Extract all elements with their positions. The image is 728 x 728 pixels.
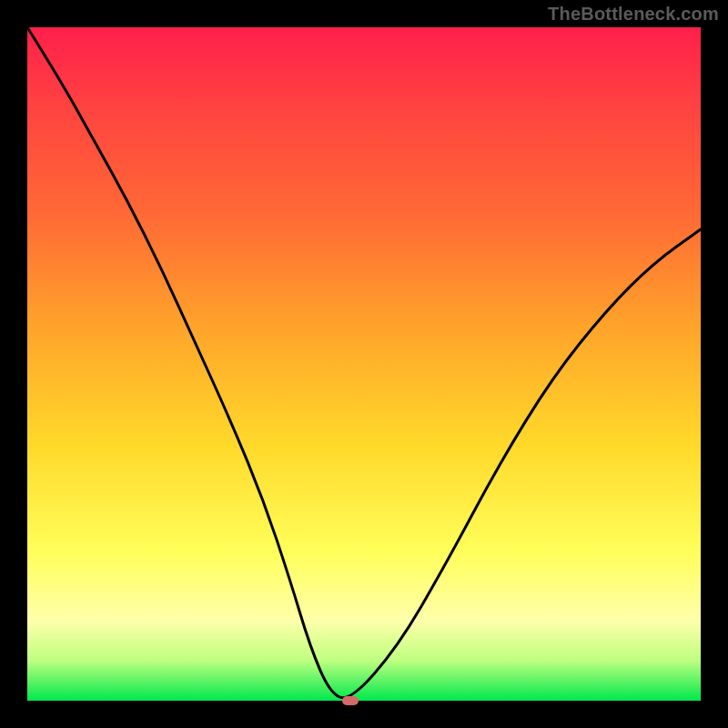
chart-stage: TheBottleneck.com: [0, 0, 728, 728]
curve-svg: [27, 27, 701, 701]
watermark-text: TheBottleneck.com: [548, 4, 719, 25]
bottleneck-curve: [27, 27, 701, 698]
bottleneck-marker: [342, 696, 359, 705]
plot-area: [27, 27, 701, 701]
